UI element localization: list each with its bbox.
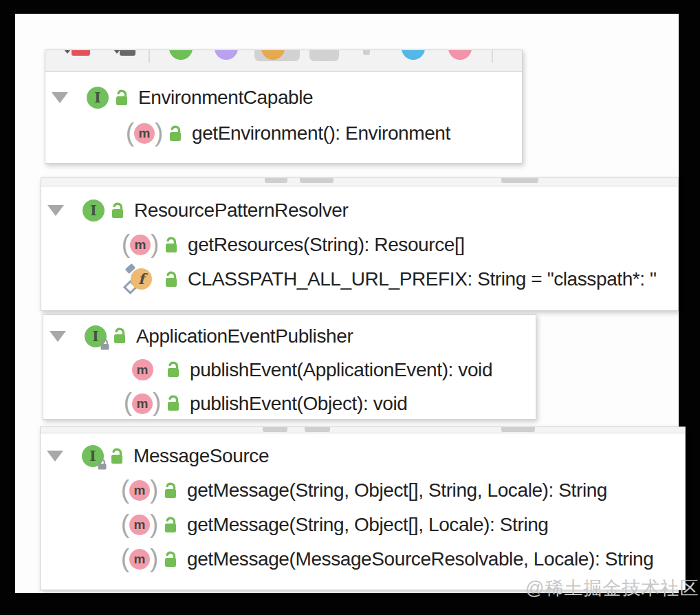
structure-panel-environment-capable: I EnvironmentCapable ( m ) getEnvironmen… (45, 50, 523, 164)
paren-close: ) (150, 546, 158, 571)
structure-panel-message-source: I MessageSource ( m ) (40, 427, 686, 590)
sort-dark-icon[interactable] (120, 50, 135, 56)
tree-row-interface[interactable]: I MessageSource (41, 439, 685, 473)
public-lock-icon (162, 482, 179, 500)
abstract-method-icon: ( m ) (126, 391, 159, 416)
tree-row-interface[interactable]: I EnvironmentCapable (45, 80, 522, 116)
tree-row-interface[interactable]: I ApplicationEventPublisher (43, 319, 536, 353)
method-signature: getResources(String): Resource[] (188, 235, 465, 255)
toolbar-fragment (300, 178, 333, 183)
public-lock-icon (113, 89, 130, 107)
public-lock-icon (164, 360, 182, 379)
filter-green-icon[interactable] (169, 50, 193, 60)
method-letter: m (130, 235, 151, 255)
method-letter: m (132, 359, 153, 380)
method-signature: getMessage(String, Object[], Locale): St… (187, 515, 549, 535)
screenshot-canvas: I EnvironmentCapable ( m ) getEnvironmen… (15, 14, 679, 593)
public-lock-icon (108, 447, 125, 466)
method-letter: m (129, 480, 150, 501)
paren-close: ) (150, 477, 158, 502)
toolbar-separator (492, 50, 493, 63)
public-lock-icon (166, 125, 184, 143)
abstract-method-icon: ( m ) (123, 547, 156, 572)
abstract-method-icon: ( m ) (123, 478, 156, 504)
toolbar-fragment (501, 427, 535, 432)
site-watermark: @稀土掘金技术社区 (525, 576, 699, 601)
clipped-toolbar (41, 178, 678, 186)
paren-open: ( (121, 511, 129, 537)
paren-open: ( (126, 120, 134, 145)
public-lock-icon (162, 550, 179, 569)
method-signature: getMessage(String, Object[], String, Loc… (187, 481, 607, 500)
paren-close: ) (150, 511, 158, 537)
structure-tree: I MessageSource ( m ) (41, 433, 685, 576)
tree-row-method[interactable]: ( m ) getMessage(MessageSourceResolvable… (41, 542, 685, 576)
interface-letter: I (92, 330, 98, 343)
paren-open: ( (122, 231, 130, 257)
method-signature: publishEvent(Object): void (190, 394, 407, 413)
paren-open: ( (121, 477, 129, 502)
public-lock-icon (109, 202, 126, 220)
tree-row-method[interactable]: ( m ) getMessage(String, Object[], Strin… (41, 473, 685, 508)
public-lock-icon (162, 516, 179, 535)
interface-icon: I (82, 445, 104, 467)
clipped-toolbar (45, 50, 522, 72)
toolbar-fragment (305, 427, 330, 432)
structure-panel-resource-pattern-resolver: I ResourcePatternResolver ( m ) getResou… (41, 177, 679, 311)
toolbar-separator (149, 50, 150, 63)
method-signature: getEnvironment(): Environment (192, 124, 450, 143)
interface-icon: I (85, 325, 107, 347)
method-letter: m (129, 515, 150, 535)
public-lock-icon (162, 270, 179, 289)
structure-tree: I EnvironmentCapable ( m ) getEnvironmen… (45, 72, 522, 151)
paren-close: ) (151, 231, 159, 257)
filter-purple-icon[interactable] (215, 50, 238, 60)
toolbar-button-pressed[interactable] (309, 50, 339, 61)
method-letter: m (129, 549, 150, 570)
paren-close: ) (155, 120, 163, 145)
interface-name: EnvironmentCapable (138, 88, 313, 107)
filter-pink-icon[interactable] (448, 50, 472, 60)
field-signature: CLASSPATH_ALL_URL_PREFIX: String = "clas… (188, 270, 657, 289)
interface-letter: I (94, 91, 100, 105)
method-signature: publishEvent(ApplicationEvent): void (190, 360, 492, 380)
abstract-method-icon: ( m ) (124, 233, 157, 258)
interface-name: ApplicationEventPublisher (136, 327, 353, 346)
expand-triangle-icon[interactable] (50, 331, 66, 342)
tree-row-method[interactable]: ( m ) publishEvent(Object): void (43, 387, 536, 420)
clipped-toolbar (41, 427, 685, 433)
visibility-red-icon[interactable] (72, 50, 90, 56)
interface-name: MessageSource (133, 446, 269, 466)
structure-tree: I ResourcePatternResolver ( m ) getResou… (41, 186, 678, 296)
field-letter: f (131, 268, 152, 290)
tree-row-method[interactable]: ( m ) getResources(String): Resource[] (41, 228, 678, 262)
sort-caret-icon[interactable] (64, 50, 71, 54)
tree-row-method[interactable]: ( m ) getMessage(String, Object[], Local… (41, 508, 685, 542)
interface-name: ResourcePatternResolver (134, 201, 348, 220)
toolbar-fragment (265, 178, 287, 183)
public-lock-icon (164, 394, 182, 413)
paren-open: ( (124, 389, 132, 415)
filter-blue-icon[interactable] (402, 50, 425, 60)
interface-letter: I (89, 449, 96, 463)
default-method-icon: m (126, 359, 159, 380)
structure-tree: I ApplicationEventPublisher m publishEve (43, 315, 536, 420)
tree-row-method[interactable]: ( m ) getEnvironment(): Environment (45, 116, 522, 151)
method-letter: m (134, 123, 155, 144)
structure-panel-application-event-publisher: I ApplicationEventPublisher m publishEve (43, 314, 536, 420)
abstract-method-icon: ( m ) (128, 121, 161, 147)
toolbar-fragment (501, 178, 538, 183)
tree-row-interface[interactable]: I ResourcePatternResolver (41, 193, 678, 228)
method-letter: m (132, 393, 153, 414)
tree-row-field[interactable]: f CLASSPATH_ALL_URL_PREFIX: String = "cl… (41, 262, 678, 296)
expand-triangle-icon[interactable] (52, 92, 68, 103)
expand-triangle-icon[interactable] (47, 205, 64, 216)
static-final-field-icon: f (124, 264, 157, 294)
interface-letter: I (90, 204, 96, 217)
expand-triangle-icon[interactable] (47, 451, 63, 462)
toolbar-fragment (263, 427, 287, 432)
tree-row-method[interactable]: m publishEvent(ApplicationEvent): void (43, 353, 536, 387)
interface-icon: I (83, 199, 105, 222)
lock-badge-icon (97, 458, 107, 470)
public-lock-icon (162, 236, 179, 255)
